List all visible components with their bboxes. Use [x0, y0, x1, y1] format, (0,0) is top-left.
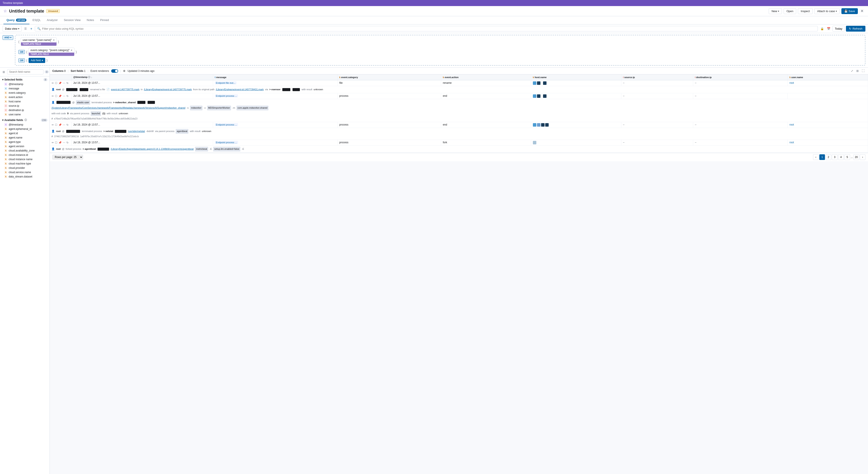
more-actions-button[interactable]: ⋯ — [63, 123, 66, 127]
page-20-button[interactable]: 20 — [854, 154, 859, 160]
add-filter-icon[interactable]: + — [29, 26, 33, 31]
event-renderers-toggle[interactable] — [111, 69, 118, 73]
refresh-button[interactable]: ↻ Refresh — [846, 26, 865, 32]
toolbar: Data view ▾ ☰ + 🔍 🔒 📅 Today ↻ Refresh — [0, 25, 868, 33]
field-item-user-name[interactable]: k user.name — [0, 112, 50, 117]
tab-pinned[interactable]: Pinned — [97, 16, 112, 24]
selected-fields-section[interactable]: ▾ Selected fields 8 — [0, 77, 50, 82]
pin-row-button[interactable]: 📌 — [58, 94, 62, 98]
data-view-button[interactable]: Data view ▾ — [3, 26, 22, 32]
lock-icon[interactable]: 🔒 — [819, 27, 825, 31]
col-event-category[interactable]: k event.category — [338, 75, 441, 80]
open-row-button[interactable]: ↻ — [66, 94, 69, 98]
tab-notes[interactable]: Notes — [84, 16, 97, 24]
field-item-data-stream-dataset[interactable]: k data_stream.dataset — [0, 174, 50, 179]
pin-row-button[interactable]: 📌 — [58, 123, 62, 127]
field-search-input[interactable] — [7, 69, 43, 75]
col-host-name[interactable]: k host.name — [531, 75, 621, 80]
sidebar-copy-icon[interactable]: ⊞ — [2, 70, 6, 74]
prev-page-button[interactable]: ‹ — [813, 154, 819, 160]
filter-icon[interactable]: ☰ — [23, 27, 28, 31]
more-actions-button[interactable]: ⋯ — [63, 94, 66, 98]
expand-row-button[interactable]: ✏ — [52, 94, 54, 98]
select-row-checkbox[interactable]: ☐ — [55, 123, 58, 127]
new-button[interactable]: New ▾ — [769, 8, 782, 14]
field-item-source-ip[interactable]: i source.ip — [0, 104, 50, 108]
expand-row-button[interactable]: ✏ — [52, 141, 54, 144]
col-timestamp[interactable]: @timestamp ⓘ ↓ — [71, 75, 213, 80]
field-item-agent-version[interactable]: k agent.version — [0, 144, 50, 148]
field-item-agent-name[interactable]: k agent.name — [0, 136, 50, 140]
page-3-button[interactable]: 3 — [832, 154, 837, 160]
save-button[interactable]: 💾 Save — [841, 8, 858, 14]
more-actions-button[interactable]: ⋯ — [63, 141, 66, 144]
field-item-destination-ip[interactable]: i destination.ip — [0, 108, 50, 112]
calendar-icon[interactable]: 📅 — [826, 27, 831, 31]
field-item-agent-ephemeral[interactable]: k agent.ephemeral_id — [0, 127, 50, 131]
field-item-cloud-instance-id[interactable]: k cloud.instance.id — [0, 153, 50, 157]
open-row-button[interactable]: ↻ — [66, 123, 69, 127]
close-button[interactable]: ✕ — [860, 8, 865, 14]
field-item-at-timestamp[interactable]: t @timestamp — [0, 122, 50, 127]
field-item-agent-type[interactable]: k agent.type — [0, 140, 50, 144]
field-item-cloud-az[interactable]: k cloud.availability_zone — [0, 148, 50, 153]
col-user-name[interactable]: k user.name — [787, 75, 868, 80]
inspect-button[interactable]: Inspect — [798, 8, 813, 14]
page-2-button[interactable]: 2 — [826, 154, 831, 160]
filter-chip-username[interactable]: user.name: "{user.name}" ✕ TEMPLATE FIEL… — [21, 37, 57, 46]
rows-per-page-select[interactable]: Rows per page: 25 Rows per page: 50 Rows… — [52, 155, 83, 159]
field-item-cloud-service-name[interactable]: k cloud.service.name — [0, 170, 50, 174]
available-fields-section[interactable]: ▾ Available fields ⓘ 236 — [0, 117, 50, 122]
select-row-checkbox[interactable]: ☐ — [55, 81, 58, 85]
today-button[interactable]: Today — [833, 26, 845, 32]
field-item-timestamp[interactable]: t @timestamp — [0, 82, 50, 86]
settings-icon: ⚙ — [123, 69, 125, 72]
field-item-cloud-provider[interactable]: k cloud.provider — [0, 166, 50, 170]
attach-to-case-button[interactable]: Attach to case ▾ — [814, 8, 840, 14]
close-icon[interactable]: ✕ — [53, 39, 55, 41]
page-1-button[interactable]: 1 — [819, 154, 825, 160]
open-row-button[interactable]: ↻ — [66, 141, 69, 144]
pin-row-button[interactable]: 📌 — [58, 141, 62, 144]
pin-row-button[interactable]: 📌 — [58, 81, 62, 85]
page-4-button[interactable]: 4 — [838, 154, 844, 160]
fullscreen-icon[interactable]: ⛶ — [861, 69, 865, 73]
columns-icon[interactable]: ⊞ — [856, 69, 860, 73]
tab-query[interactable]: Query 187200 — [3, 16, 29, 24]
field-item-event-category[interactable]: k event.category — [0, 91, 50, 95]
field-item-message[interactable]: t message — [0, 86, 50, 91]
field-item-event-action[interactable]: k event.action — [0, 95, 50, 99]
kql-search-bar[interactable]: 🔍 — [35, 26, 817, 31]
select-row-checkbox[interactable]: ☐ — [55, 94, 58, 98]
tab-esql[interactable]: ES|QL — [29, 16, 44, 24]
and-filter-badge[interactable]: AND ▾ — [3, 35, 13, 40]
keyword-type-icon: k — [4, 96, 7, 99]
timestamp-cell: Jul 19, 2024 @ 13:57... — [71, 140, 213, 145]
col-event-action[interactable]: k event.action — [441, 75, 531, 80]
page-5-button[interactable]: 5 — [844, 154, 850, 160]
field-item-cloud-machine-type[interactable]: k cloud machine type — [0, 161, 50, 166]
tab-session-view[interactable]: Session View — [61, 16, 84, 24]
more-actions-button[interactable]: ⋯ — [63, 81, 66, 85]
expand-row-button[interactable]: ✏ — [52, 81, 54, 85]
filter-chip-category[interactable]: event.category: "{event.category}" ✕ TEM… — [29, 48, 74, 56]
kql-input[interactable] — [42, 27, 815, 30]
select-row-checkbox[interactable]: ☐ — [55, 141, 58, 144]
field-item-agent-id[interactable]: k agent.id — [0, 131, 50, 136]
add-field-button[interactable]: Add field ▾ — [29, 58, 45, 63]
expanded-row: 👤 @ elastic-user terminated process > md… — [50, 99, 868, 122]
field-item-host-name[interactable]: k host.name — [0, 99, 50, 104]
timestamp-cell: Jul 19, 2024 @ 13:57... — [71, 93, 213, 99]
col-source-ip[interactable]: i source.ip — [621, 75, 693, 80]
sort-icon[interactable]: ↓ — [91, 76, 92, 78]
col-destination-ip[interactable]: i destination.ip — [693, 75, 787, 80]
close-icon[interactable]: ✕ — [70, 49, 72, 52]
open-button[interactable]: Open — [784, 8, 796, 14]
expand-row-button[interactable]: ✏ — [52, 123, 54, 127]
open-row-button[interactable]: ↻ — [66, 81, 69, 85]
field-item-cloud-instance-name[interactable]: k cloud instance name — [0, 157, 50, 161]
expand-icon[interactable]: ⤢ — [850, 69, 854, 73]
next-page-button[interactable]: › — [860, 154, 865, 160]
tab-analyzer[interactable]: Analyzer — [44, 16, 61, 24]
col-message[interactable]: t message — [213, 75, 337, 80]
